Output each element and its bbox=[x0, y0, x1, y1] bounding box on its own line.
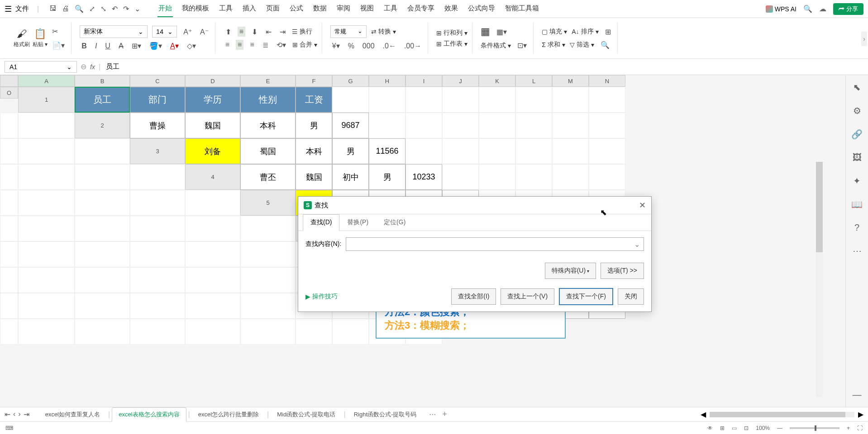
sheet-tab-4[interactable]: Right函数公式-提取号码 bbox=[348, 408, 423, 421]
bold-icon[interactable]: B bbox=[80, 41, 89, 51]
row-header[interactable]: 5 bbox=[240, 190, 296, 216]
font-name-select[interactable]: 新宋体⌄ bbox=[80, 25, 148, 38]
menu-tab-3[interactable]: 插入 bbox=[242, 0, 257, 17]
percent-icon[interactable]: % bbox=[346, 41, 356, 51]
cell[interactable] bbox=[240, 216, 296, 241]
dialog-tab-0[interactable]: 查找(D) bbox=[303, 214, 339, 231]
table-format-button[interactable]: ▦ bbox=[481, 26, 490, 38]
view-eye-icon[interactable]: 👁 bbox=[707, 425, 713, 431]
tools-icon[interactable]: ✦ bbox=[853, 175, 861, 186]
italic-icon[interactable]: I bbox=[93, 41, 99, 51]
paste-button[interactable]: 📋粘贴 ▾ bbox=[33, 28, 48, 48]
cell-style-icon[interactable]: ▦▾ bbox=[495, 27, 509, 37]
cell[interactable] bbox=[185, 267, 240, 293]
cell[interactable]: 曹操 bbox=[130, 113, 185, 138]
cell[interactable] bbox=[18, 190, 75, 216]
menu-tab-2[interactable]: 工具 bbox=[218, 0, 234, 17]
cell[interactable]: 10233 bbox=[405, 164, 442, 190]
menu-tab-4[interactable]: 页面 bbox=[265, 0, 281, 17]
cell[interactable] bbox=[18, 267, 75, 293]
column-header[interactable]: L bbox=[515, 75, 552, 87]
border-icon[interactable]: ⊞▾ bbox=[130, 41, 143, 51]
font-color-icon[interactable]: A▾ bbox=[168, 41, 181, 51]
cell[interactable] bbox=[0, 190, 18, 216]
cell[interactable] bbox=[18, 293, 75, 319]
wps-ai-button[interactable]: WPS AI bbox=[766, 5, 796, 13]
column-header[interactable]: A bbox=[18, 75, 75, 87]
cell[interactable] bbox=[75, 190, 130, 216]
indent-left-icon[interactable]: ⇤ bbox=[264, 27, 273, 37]
cell[interactable]: 本科 bbox=[240, 113, 296, 138]
zoom-in-button[interactable]: + bbox=[847, 425, 850, 431]
cell[interactable] bbox=[405, 113, 442, 138]
menu-tab-13[interactable]: 智能工具箱 bbox=[504, 0, 540, 17]
menu-tab-6[interactable]: 数据 bbox=[312, 0, 328, 17]
cell[interactable] bbox=[479, 138, 515, 164]
name-box[interactable]: A1⌄ bbox=[5, 61, 77, 73]
cell[interactable] bbox=[369, 113, 405, 138]
file-menu[interactable]: 文件 bbox=[15, 5, 29, 13]
column-header[interactable]: J bbox=[442, 75, 479, 87]
cell[interactable] bbox=[75, 293, 130, 319]
cell[interactable] bbox=[130, 319, 185, 344]
cell[interactable] bbox=[75, 216, 130, 241]
cell[interactable] bbox=[75, 164, 130, 190]
column-header[interactable]: M bbox=[552, 75, 589, 87]
column-header[interactable]: O bbox=[0, 87, 18, 99]
cell[interactable] bbox=[75, 319, 130, 344]
zoom-formula-icon[interactable]: ⊖ bbox=[81, 62, 86, 71]
cell[interactable] bbox=[130, 216, 185, 241]
filter-button[interactable]: ▽ 筛选 ▾ bbox=[570, 41, 594, 49]
options-button[interactable]: 选项(T) >> bbox=[601, 263, 644, 279]
settings-icon[interactable]: ⚙ bbox=[853, 105, 861, 116]
cell[interactable] bbox=[130, 241, 185, 267]
cell[interactable]: 本科 bbox=[296, 138, 332, 164]
operation-tips-link[interactable]: ▶ 操作技巧 bbox=[305, 292, 338, 301]
cell[interactable] bbox=[185, 190, 240, 216]
cell[interactable] bbox=[240, 267, 296, 293]
close-button[interactable]: 关闭 bbox=[618, 288, 644, 305]
cell[interactable]: 初中 bbox=[332, 164, 369, 190]
cell[interactable]: 男 bbox=[296, 113, 332, 138]
sheet-more-icon[interactable]: ··· bbox=[429, 410, 436, 419]
cell[interactable] bbox=[515, 87, 552, 113]
close-icon[interactable]: ✕ bbox=[639, 200, 646, 210]
notification-icon[interactable]: ☁ bbox=[819, 5, 826, 13]
cell[interactable] bbox=[405, 87, 442, 113]
column-header[interactable]: D bbox=[185, 75, 240, 87]
cell[interactable] bbox=[442, 164, 479, 190]
find-content-input[interactable]: ⌄ bbox=[346, 237, 644, 251]
cell[interactable] bbox=[332, 319, 369, 344]
conditional-format-button[interactable]: 条件格式 ▾ bbox=[481, 42, 511, 50]
align-middle-icon[interactable]: ≡ bbox=[238, 27, 245, 37]
increase-font-icon[interactable]: A⁺ bbox=[181, 27, 194, 37]
clear-format-icon[interactable]: ◇▾ bbox=[185, 41, 198, 51]
formula-input[interactable] bbox=[104, 61, 863, 72]
cell[interactable]: 部门 bbox=[130, 87, 185, 113]
worksheet-button[interactable]: ⊞ 工作表 ▾ bbox=[436, 40, 467, 48]
cell[interactable] bbox=[589, 164, 625, 190]
cell[interactable] bbox=[0, 138, 18, 164]
cell[interactable] bbox=[589, 87, 625, 113]
row-header[interactable]: 2 bbox=[75, 113, 130, 138]
view-page-icon[interactable]: ▭ bbox=[732, 425, 737, 431]
column-header[interactable]: N bbox=[589, 75, 625, 87]
align-center-icon[interactable]: ≡ bbox=[236, 40, 243, 50]
cell[interactable] bbox=[0, 241, 18, 267]
cell[interactable] bbox=[240, 319, 296, 344]
spreadsheet[interactable]: ABCDEFGHIJKLMNO1员工部门学历性别工资2曹操魏国本科男96873刘… bbox=[0, 75, 845, 407]
cursor-tool-icon[interactable]: ⬉ bbox=[853, 82, 861, 93]
wrap-button[interactable]: ☰ 换行 bbox=[292, 28, 312, 36]
cell[interactable] bbox=[0, 267, 18, 293]
cell[interactable] bbox=[185, 319, 240, 344]
decimal-inc-icon[interactable]: .0← bbox=[381, 41, 398, 51]
find-all-button[interactable]: 查找全部(I) bbox=[451, 288, 496, 305]
redo-icon[interactable]: ↷ bbox=[123, 5, 129, 13]
cell[interactable] bbox=[552, 113, 589, 138]
fx-label[interactable]: fx bbox=[90, 63, 95, 71]
special-content-button[interactable]: 特殊内容(U) bbox=[545, 263, 596, 279]
cell[interactable] bbox=[130, 164, 185, 190]
cell[interactable] bbox=[130, 293, 185, 319]
sheet-last-icon[interactable]: ⇥ bbox=[24, 410, 29, 419]
cell[interactable] bbox=[0, 164, 18, 190]
